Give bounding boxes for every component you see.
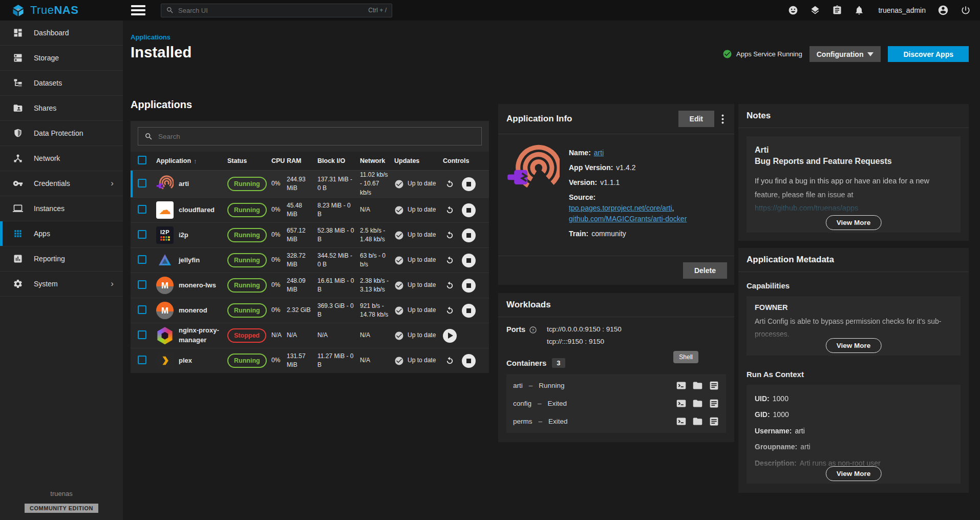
container-logs-icon[interactable] — [709, 416, 719, 427]
jellyfin-app-icon — [156, 252, 174, 269]
row-checkbox[interactable] — [138, 255, 146, 264]
ram-value: 244.93 MiB — [287, 175, 317, 193]
edit-button[interactable]: Edit — [678, 111, 714, 127]
stop-app-button[interactable] — [462, 304, 476, 318]
power-icon[interactable] — [961, 5, 971, 15]
table-row[interactable]: plex Running 0% 131.57 MiB 11.27 MiB - 0… — [131, 348, 489, 373]
sidebar-item-reporting[interactable]: Reporting — [0, 246, 123, 272]
stop-app-button[interactable] — [462, 279, 476, 293]
table-row[interactable]: arti Running 0% 244.93 MiB 137.31 MiB - … — [131, 170, 489, 197]
sidebar-item-apps[interactable]: Apps — [0, 221, 123, 246]
column-header-network[interactable]: Network — [360, 157, 394, 164]
container-logs-icon[interactable] — [709, 380, 719, 391]
sidebar-item-data-protection[interactable]: Data Protection — [0, 121, 123, 146]
notes-view-more-button[interactable]: View More — [826, 215, 882, 230]
jobs-clipboard-icon[interactable] — [832, 5, 842, 15]
container-shell-icon[interactable] — [676, 398, 687, 409]
table-row[interactable]: I2P i2p Running 0% 657.12 MiB 52.38 MiB … — [131, 222, 489, 247]
restart-app-button[interactable] — [443, 203, 457, 217]
truecommand-status-icon[interactable] — [810, 5, 820, 15]
stop-app-button[interactable] — [462, 228, 476, 242]
select-all-checkbox[interactable] — [138, 156, 146, 164]
issues-link[interactable]: https://github.com/truenas/apps — [755, 204, 858, 212]
row-checkbox[interactable] — [138, 230, 146, 239]
app-link[interactable]: tpo.pages.torproject.net/core/arti — [569, 204, 672, 212]
column-header-cpu[interactable]: CPU — [271, 157, 287, 164]
apps-service-status-label: Apps Service Running — [736, 50, 802, 58]
container-logs-icon[interactable] — [709, 398, 719, 409]
row-checkbox[interactable] — [138, 205, 146, 214]
updates-label: Up to date — [408, 231, 436, 239]
global-search-input[interactable] — [178, 7, 368, 14]
sidebar-item-storage[interactable]: Storage — [0, 46, 123, 71]
restart-app-button[interactable] — [443, 304, 457, 318]
container-browse-folder-icon[interactable] — [692, 398, 703, 409]
help-icon[interactable]: ? — [529, 326, 537, 334]
start-app-button[interactable] — [443, 329, 457, 343]
column-header-ram[interactable]: RAM — [287, 157, 317, 164]
truenas-logo[interactable]: TrueNAS — [0, 4, 123, 17]
column-header-status[interactable]: Status — [227, 157, 271, 164]
app-link[interactable]: arti — [594, 149, 604, 157]
row-checkbox[interactable] — [138, 330, 146, 339]
row-checkbox[interactable] — [138, 356, 146, 364]
container-shell-icon[interactable] — [676, 416, 687, 427]
chevron-right-icon: › — [111, 279, 114, 289]
restart-app-button[interactable] — [443, 279, 457, 293]
restart-app-button[interactable] — [443, 254, 457, 267]
stop-app-button[interactable] — [462, 177, 476, 191]
status-badge: Running — [227, 253, 267, 267]
row-checkbox[interactable] — [138, 280, 146, 289]
feedback-smiley-icon[interactable] — [788, 5, 798, 15]
row-checkbox[interactable] — [138, 305, 146, 314]
sidebar-item-dashboard[interactable]: Dashboard — [0, 20, 123, 46]
table-row[interactable]: jellyfin Running 0% 328.72 MiB 344.52 Mi… — [131, 247, 489, 273]
table-row[interactable]: ☁ cloudflared Running 0% 45.48 MiB 8.23 … — [131, 197, 489, 222]
sidebar-toggle-button[interactable] — [131, 5, 145, 15]
sidebar-item-system[interactable]: System › — [0, 272, 123, 297]
capabilities-view-more-button[interactable]: View More — [826, 338, 882, 353]
container-shell-icon[interactable] — [676, 380, 687, 391]
stop-app-button[interactable] — [462, 354, 476, 368]
stop-app-button[interactable] — [462, 254, 476, 267]
sidebar-item-credentials[interactable]: Credentials › — [0, 171, 123, 196]
sidebar-item-network[interactable]: Network — [0, 146, 123, 171]
table-row[interactable]: M monerod Running 0% 2.32 GiB 369.3 GiB … — [131, 298, 489, 323]
container-browse-folder-icon[interactable] — [692, 416, 703, 427]
stop-app-button[interactable] — [462, 203, 476, 217]
arti-app-icon — [156, 175, 174, 193]
table-search-input[interactable] — [158, 133, 481, 140]
sidebar-item-datasets[interactable]: Datasets — [0, 71, 123, 96]
delete-button[interactable]: Delete — [683, 262, 727, 279]
column-header-updates[interactable]: Updates — [394, 157, 443, 164]
alerts-bell-icon[interactable] — [854, 5, 864, 15]
configuration-button[interactable]: Configuration — [809, 46, 881, 62]
restart-app-button[interactable] — [443, 177, 457, 191]
column-header-block-io[interactable]: Block I/O — [317, 157, 360, 164]
table-row[interactable]: M monero-lws Running 0% 248.09 MiB 16.61… — [131, 273, 489, 298]
column-header-application[interactable]: Application↑ — [156, 157, 227, 165]
block-io-value: 16.61 MiB - 0 B — [317, 277, 360, 295]
container-browse-folder-icon[interactable] — [692, 380, 703, 391]
global-search[interactable]: Ctrl + / — [161, 4, 392, 17]
kebab-menu-icon[interactable] — [719, 113, 726, 125]
check-circle-icon — [722, 49, 732, 59]
run-as-view-more-button[interactable]: View More — [826, 466, 882, 481]
sidebar-item-instances[interactable]: Instances — [0, 196, 123, 221]
up-to-date-check-icon — [394, 331, 404, 341]
block-io-value: 344.52 MiB - 0 B — [317, 252, 360, 269]
discover-apps-button[interactable]: Discover Apps — [888, 46, 969, 62]
table-row[interactable]: nginx-proxy-manager Stopped N/A N/A N/A … — [131, 323, 489, 348]
app-link[interactable]: github.com/MAGICGrants/arti-docker — [569, 215, 687, 223]
row-checkbox[interactable] — [138, 179, 146, 188]
user-avatar-icon[interactable] — [938, 5, 949, 16]
restart-app-button[interactable] — [443, 354, 457, 368]
page-header: Applications Installed Apps Service Runn… — [123, 20, 980, 61]
sidebar-item-shares[interactable]: Shares — [0, 96, 123, 121]
topbar: TrueNAS Ctrl + / truenas_admin — [0, 0, 980, 20]
cpu-value: 0% — [271, 179, 287, 188]
restart-app-button[interactable] — [443, 228, 457, 242]
breadcrumb[interactable]: Applications — [131, 33, 969, 41]
table-search[interactable] — [138, 127, 482, 145]
notes-card: Notes Arti Bug Reports and Feature Reque… — [738, 104, 969, 241]
